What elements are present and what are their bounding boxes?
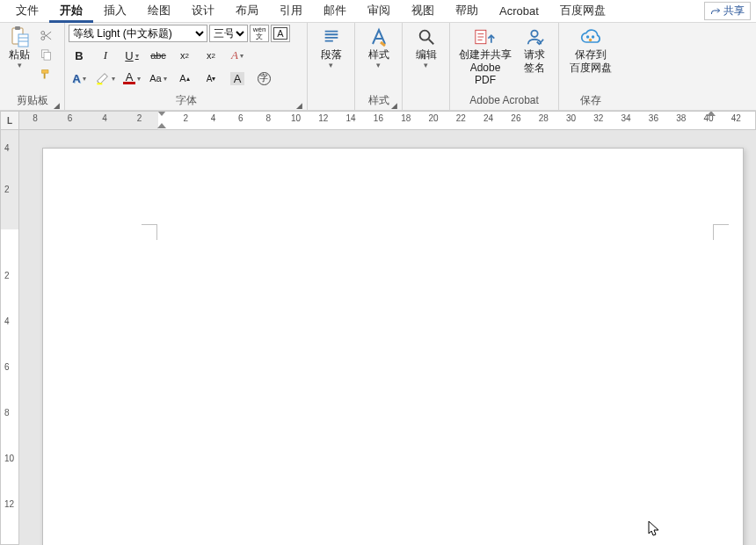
font-size-select[interactable]: 三号 xyxy=(209,25,248,42)
font-dialog-launcher[interactable]: ◢ xyxy=(294,99,303,108)
highlight-button[interactable] xyxy=(95,69,116,88)
create-share-pdf-button[interactable]: 创建并共享 Adobe PDF xyxy=(454,25,517,88)
font-name-select[interactable]: 等线 Light (中文标题) xyxy=(69,25,207,42)
character-border-button[interactable]: A xyxy=(271,25,290,42)
bold-button[interactable]: B xyxy=(69,46,90,65)
vertical-ruler[interactable]: 422468101214 xyxy=(0,130,19,545)
paragraph-button[interactable]: 段落 ▾ xyxy=(316,25,347,70)
svg-rect-6 xyxy=(44,52,51,60)
clipboard-dialog-launcher[interactable]: ◢ xyxy=(52,99,61,108)
superscript-button[interactable]: x2 xyxy=(200,46,222,65)
grow-font-button[interactable]: A▴ xyxy=(174,69,195,88)
ruler-number: 6 xyxy=(238,113,244,123)
ruler-number: 2 xyxy=(4,271,10,280)
group-baidu-label: 保存 xyxy=(580,94,601,106)
enclose-characters-button[interactable]: 字 xyxy=(253,69,274,88)
text-effects-icon: A xyxy=(72,72,80,85)
request-l2: 签名 xyxy=(524,62,545,74)
subscript-button[interactable]: x2 xyxy=(174,46,195,65)
tab-design[interactable]: 设计 xyxy=(181,0,225,22)
share-icon xyxy=(710,6,721,17)
chevron-down-icon: ▾ xyxy=(18,62,22,69)
ruler-number: 6 xyxy=(4,362,10,372)
ruler-number: 8 xyxy=(4,408,10,418)
italic-button[interactable]: I xyxy=(95,46,116,65)
margin-corner-top-right xyxy=(713,224,729,240)
underline-button[interactable]: U xyxy=(121,46,142,65)
text-effects-button[interactable]: A xyxy=(69,69,90,88)
strikethrough-button[interactable]: abc xyxy=(148,46,169,65)
margin-corner-top-left xyxy=(142,224,157,240)
tab-review[interactable]: 审阅 xyxy=(357,0,401,22)
horizontal-ruler[interactable]: 8642246810121416182022242628303234363840… xyxy=(19,111,756,130)
ruler-number: 14 xyxy=(346,113,356,123)
right-indent-marker[interactable] xyxy=(707,111,716,116)
clear-formatting-button[interactable]: A xyxy=(227,46,248,65)
ruler-number: 34 xyxy=(622,113,631,123)
copy-icon xyxy=(40,48,53,62)
chevron-down-icon: ▾ xyxy=(424,62,428,69)
enclose-icon: 字 xyxy=(258,72,271,85)
tab-file[interactable]: 文件 xyxy=(5,0,49,22)
share-label: 共享 xyxy=(723,4,745,18)
document-canvas[interactable] xyxy=(19,130,756,545)
eraser-a-icon: A xyxy=(231,48,238,62)
tab-draw[interactable]: 绘图 xyxy=(137,0,181,22)
svg-rect-1 xyxy=(15,26,20,30)
ruler-number: 30 xyxy=(566,113,576,123)
shrink-font-button[interactable]: A▾ xyxy=(200,69,222,88)
paragraph-label: 段落 xyxy=(321,48,342,61)
create-share-l1: 创建并共享 xyxy=(459,48,512,61)
ribbon: 粘贴 ▾ xyxy=(0,23,756,111)
first-line-indent-marker[interactable] xyxy=(157,111,166,116)
tab-view[interactable]: 视图 xyxy=(401,0,445,22)
editing-label: 编辑 xyxy=(416,48,437,61)
font-color-button[interactable]: A xyxy=(121,69,142,88)
paintbrush-icon xyxy=(40,68,53,81)
format-painter-button[interactable] xyxy=(37,65,55,83)
tab-baidu[interactable]: 百度网盘 xyxy=(549,0,616,22)
page[interactable] xyxy=(42,148,744,545)
tab-acrobat[interactable]: Acrobat xyxy=(489,2,549,21)
ruler-number: 4 xyxy=(211,113,216,123)
character-shading-button[interactable]: A xyxy=(227,69,248,88)
ruler-number: 2 xyxy=(4,185,10,194)
request-signature-button[interactable]: 请求 签名 xyxy=(517,25,552,76)
indent-markers[interactable] xyxy=(157,111,166,128)
svg-rect-2 xyxy=(18,34,28,47)
tab-references[interactable]: 引用 xyxy=(269,0,313,22)
editing-button[interactable]: 编辑 ▾ xyxy=(411,25,442,70)
share-button[interactable]: 共享 xyxy=(704,2,751,20)
svg-point-8 xyxy=(419,31,429,40)
svg-point-11 xyxy=(586,35,589,38)
styles-dialog-launcher[interactable]: ◢ xyxy=(389,99,398,108)
tab-home[interactable]: 开始 xyxy=(49,0,93,23)
copy-button[interactable] xyxy=(37,46,55,63)
cut-button[interactable] xyxy=(37,26,55,44)
ruler-top-margin[interactable] xyxy=(1,130,18,229)
tab-mailings[interactable]: 邮件 xyxy=(313,0,357,22)
chevron-down-icon: ▾ xyxy=(376,62,381,69)
tab-help[interactable]: 帮助 xyxy=(445,0,489,22)
tab-layout[interactable]: 布局 xyxy=(225,0,269,22)
styles-icon xyxy=(368,26,389,47)
paste-button[interactable]: 粘贴 ▾ xyxy=(4,25,35,70)
ruler-corner[interactable]: L xyxy=(0,111,19,130)
styles-button[interactable]: 样式 ▾ xyxy=(363,25,395,70)
ruler-number: 4 xyxy=(4,143,10,153)
hanging-indent-marker[interactable] xyxy=(157,123,166,128)
ruler-number: 24 xyxy=(483,113,493,123)
chevron-down-icon: ▾ xyxy=(329,62,333,69)
ruler-number: 2 xyxy=(137,113,142,123)
change-case-button[interactable]: Aa xyxy=(148,69,169,88)
save-to-baidu-button[interactable]: 保存到 百度网盘 xyxy=(564,25,617,76)
styles-label: 样式 xyxy=(368,48,389,61)
group-acrobat-label: Adobe Acrobat xyxy=(469,94,539,106)
ruler-number: 16 xyxy=(374,113,383,123)
phonetic-guide-button[interactable]: wén 文 xyxy=(250,25,269,42)
svg-rect-7 xyxy=(97,83,102,84)
ruler-number: 4 xyxy=(102,113,107,123)
tab-insert[interactable]: 插入 xyxy=(93,0,137,22)
ruler-number: 20 xyxy=(428,113,438,123)
paste-icon xyxy=(9,26,30,47)
